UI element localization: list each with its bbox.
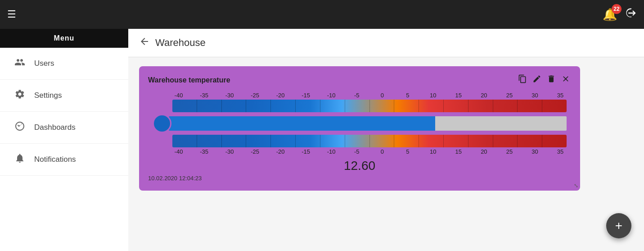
scale-top-label: 0	[376, 92, 388, 99]
widget-timestamp: 10.02.2020 12:04:23	[148, 175, 571, 182]
scale-top-label: 10	[427, 92, 439, 99]
bottom-ruler	[172, 135, 567, 147]
scale-top-label: -5	[351, 92, 363, 99]
scale-bottom-label: 20	[477, 148, 490, 155]
scale-top-label: 25	[503, 92, 516, 99]
scale-top-label: -20	[274, 92, 287, 99]
scale-bottom-label: 10	[427, 148, 439, 155]
notification-badge: 22	[612, 4, 621, 14]
page-title: Warehouse	[155, 37, 206, 49]
widget-copy-button[interactable]	[517, 73, 528, 87]
widget-close-button[interactable]	[560, 73, 571, 87]
scale-top-label: 35	[554, 92, 567, 99]
widget-actions	[517, 73, 571, 87]
sidebar-item-settings-label: Settings	[34, 91, 62, 100]
scale-top-label: -15	[300, 92, 312, 99]
sidebar-item-dashboards[interactable]: Dashboards	[0, 112, 128, 144]
scale-bottom-label: 5	[401, 148, 414, 155]
scale-top-label: 20	[477, 92, 490, 99]
scale-bottom-label: -25	[249, 148, 261, 155]
fab-plus-icon: +	[615, 219, 622, 233]
thermometer-fill	[169, 116, 435, 131]
scale-bottom-label: -5	[351, 148, 363, 155]
content-area: Warehouse Warehouse temperature	[128, 29, 644, 251]
widget-title: Warehouse temperature	[148, 76, 230, 84]
fab-add-button[interactable]: +	[606, 213, 631, 238]
thermometer-bar	[169, 116, 567, 131]
widget-header: Warehouse temperature	[148, 73, 571, 87]
scale-top-label: -30	[223, 92, 236, 99]
scale-bottom-label: -30	[223, 148, 236, 155]
thermometer-remainder	[435, 116, 567, 131]
scale-bottom-label: -15	[300, 148, 312, 155]
users-icon	[14, 57, 25, 70]
scale-bottom-label: 0	[376, 148, 388, 155]
sidebar-item-users-label: Users	[34, 59, 54, 68]
scale-bottom-label: -40	[172, 148, 185, 155]
scale-bottom-label: -35	[198, 148, 211, 155]
sidebar-item-settings[interactable]: Settings	[0, 80, 128, 112]
back-button[interactable]	[139, 36, 150, 50]
widget-edit-button[interactable]	[531, 73, 542, 87]
scale-bottom-label: 25	[503, 148, 516, 155]
widget-delete-button[interactable]	[546, 73, 557, 87]
sidebar-item-notifications[interactable]: Notifications	[0, 144, 128, 176]
temperature-value: 12.60	[148, 159, 571, 173]
hamburger-icon[interactable]: ☰	[7, 9, 16, 20]
scale-top-label: -25	[249, 92, 261, 99]
scale-bottom-label: 30	[528, 148, 541, 155]
topbar: ☰ 🔔 22	[0, 0, 644, 29]
scale-bottom-label: 15	[452, 148, 465, 155]
sidebar-item-users[interactable]: Users	[0, 48, 128, 80]
notifications-icon	[14, 153, 25, 166]
scale-bottom-label: 35	[554, 148, 567, 155]
settings-icon	[14, 89, 25, 102]
scale-top-label: 15	[452, 92, 465, 99]
scale-top-label: -10	[325, 92, 338, 99]
page-header: Warehouse	[128, 29, 644, 57]
scale-top-label: 30	[528, 92, 541, 99]
dashboards-icon	[14, 121, 25, 134]
top-ruler	[172, 100, 567, 112]
widget-area: Warehouse temperature	[128, 57, 644, 200]
scale-top-label: 5	[401, 92, 414, 99]
thermometer-bulb	[153, 114, 171, 133]
sidebar-item-dashboards-label: Dashboards	[34, 123, 76, 132]
thermometer-widget: Warehouse temperature	[139, 66, 580, 191]
sidebar-item-notifications-label: Notifications	[34, 155, 76, 164]
main-layout: Menu Users Settings Dashb	[0, 29, 644, 251]
resize-handle[interactable]: ⤡	[574, 183, 578, 189]
logout-icon[interactable]	[624, 7, 637, 23]
sidebar: Menu Users Settings Dashb	[0, 29, 128, 251]
scale-bottom-label: -20	[274, 148, 287, 155]
scale-bottom-label: -10	[325, 148, 338, 155]
scale-top-label: -35	[198, 92, 211, 99]
scale-top-label: -40	[172, 92, 185, 99]
sidebar-menu-header: Menu	[0, 29, 128, 48]
notification-bell-wrapper: 🔔 22	[603, 8, 617, 22]
